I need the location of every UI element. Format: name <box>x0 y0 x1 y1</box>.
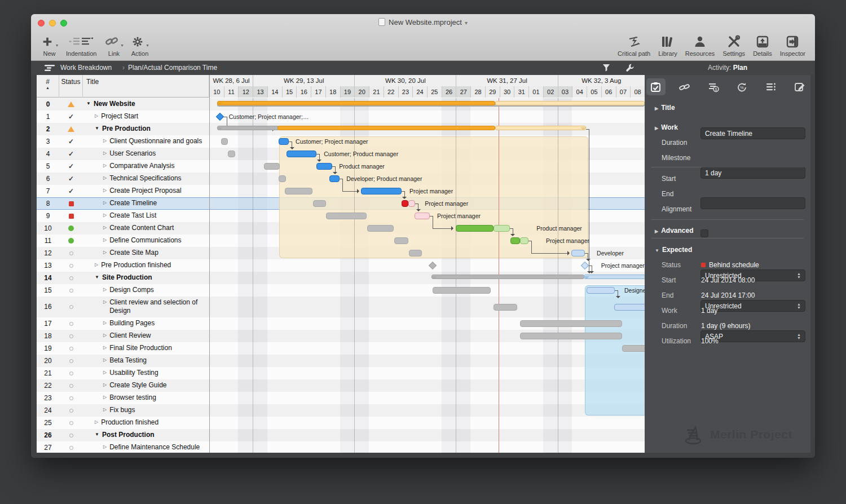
collapse-triangle-icon[interactable]: ▼ <box>95 126 99 131</box>
disclosure-triangle-icon[interactable]: ▷ <box>103 250 107 255</box>
disclosure-triangle-icon[interactable]: ▷ <box>103 287 107 292</box>
disclosure-triangle-icon[interactable]: ▷ <box>103 188 107 193</box>
task-title-cell[interactable]: ▷Create Tast List <box>83 211 209 222</box>
new-button[interactable]: ▾New <box>41 34 58 57</box>
summary-bar[interactable] <box>584 275 645 279</box>
task-bar[interactable] <box>313 200 326 207</box>
task-title-cell[interactable]: ▷Fix bugs <box>83 406 209 416</box>
task-bar[interactable] <box>287 151 316 157</box>
task-title-cell[interactable]: ▷Create Timeline <box>83 199 209 209</box>
task-bar[interactable] <box>409 250 422 257</box>
disclosure-triangle-icon[interactable]: ▷ <box>103 213 107 218</box>
task-title-cell[interactable]: ▷Production finished <box>83 418 209 428</box>
task-bar[interactable] <box>329 175 340 182</box>
disclosure-triangle-icon[interactable]: ▷ <box>103 151 107 156</box>
column-header-status[interactable]: Status <box>59 75 83 98</box>
disclosure-triangle-icon[interactable]: ▷ <box>103 225 107 230</box>
task-bar[interactable] <box>279 138 289 145</box>
task-title-cell[interactable]: ▷Usability Testing <box>83 369 209 379</box>
summary-bar[interactable] <box>431 275 584 279</box>
task-title-cell[interactable]: ▼New Website <box>83 100 209 110</box>
disclosure-triangle-icon[interactable]: ▷ <box>103 237 107 242</box>
wrench-icon[interactable] <box>625 63 634 74</box>
task-bar[interactable] <box>433 287 491 294</box>
expected-section-header[interactable]: ▼Expected <box>655 246 692 254</box>
breadcrumb-section[interactable]: Work Breakdown <box>60 64 112 72</box>
disclosure-triangle-icon[interactable]: ▷ <box>95 262 98 267</box>
task-bar[interactable] <box>264 163 280 170</box>
task-bar[interactable] <box>493 304 517 311</box>
inspector-notes-tab[interactable] <box>790 78 809 95</box>
task-title-cell[interactable]: ▷User Scenarios <box>83 149 209 160</box>
task-bar[interactable] <box>221 138 228 145</box>
task-bar[interactable] <box>571 250 585 257</box>
resources-button[interactable]: Resources <box>685 34 715 57</box>
task-title-cell[interactable]: ▷Design Comps <box>83 286 209 296</box>
disclosure-triangle-icon[interactable]: ▷ <box>103 357 107 362</box>
task-title-cell[interactable]: ▷Building Pages <box>83 319 209 329</box>
task-title-cell[interactable]: ▷Technical Specifications <box>83 174 209 184</box>
task-title-cell[interactable]: ▼Site Production <box>83 273 209 284</box>
summary-bar[interactable] <box>495 101 645 105</box>
task-title-cell[interactable]: ▷Create Project Proposal <box>83 187 209 197</box>
library-button[interactable]: Library <box>658 34 677 57</box>
task-bar[interactable] <box>316 163 332 170</box>
disclosure-triangle-icon[interactable]: ▷ <box>103 320 107 325</box>
task-bar[interactable] <box>622 345 645 352</box>
task-bar[interactable] <box>510 237 520 244</box>
task-title-cell[interactable]: ▷Define Communications <box>83 236 209 246</box>
task-title-cell[interactable]: ▼Post Production <box>83 431 209 441</box>
inspector-progress-tab[interactable]: % <box>733 78 752 95</box>
task-bar[interactable] <box>520 237 528 244</box>
inspector-plan-tab[interactable] <box>646 78 666 95</box>
inspector-links-tab[interactable] <box>675 78 694 95</box>
task-title-cell[interactable]: ▷Create Site Map <box>83 249 209 259</box>
collapse-triangle-icon[interactable]: ▼ <box>95 432 99 437</box>
task-title-cell[interactable]: ▷Beta Testing <box>83 356 209 366</box>
summary-bar[interactable] <box>217 126 279 130</box>
task-bar[interactable] <box>456 225 493 232</box>
task-title-cell[interactable]: ▷Project Start <box>83 112 209 122</box>
disclosure-triangle-icon[interactable]: ▷ <box>103 200 107 205</box>
task-title-cell[interactable]: ▷Browser testing <box>83 394 209 404</box>
disclosure-triangle-icon[interactable]: ▷ <box>103 299 107 304</box>
task-bar[interactable] <box>402 200 408 207</box>
disclosure-triangle-icon[interactable]: ▷ <box>103 163 107 168</box>
task-bar[interactable] <box>415 213 430 219</box>
title-chevron-icon[interactable]: ▾ <box>465 20 468 26</box>
task-bar[interactable] <box>367 225 393 232</box>
task-bar[interactable] <box>279 175 286 182</box>
task-bar[interactable] <box>394 237 408 244</box>
column-header-title[interactable]: Title <box>83 75 209 98</box>
task-bar[interactable] <box>408 200 415 207</box>
task-bar[interactable] <box>361 188 402 194</box>
task-title-cell[interactable]: ▷Define Maintenance Schedule <box>83 443 209 453</box>
disclosure-icon[interactable]: ▶ <box>655 126 658 131</box>
advanced-section-header[interactable]: ▶Advanced <box>655 227 694 235</box>
collapse-triangle-icon[interactable]: ▼ <box>86 101 91 106</box>
disclosure-triangle-icon[interactable]: ▷ <box>103 333 107 338</box>
task-bar[interactable] <box>326 213 367 219</box>
task-title-cell[interactable]: ▷Final Site Production <box>83 344 209 354</box>
disclosure-triangle-icon[interactable]: ▷ <box>95 419 98 425</box>
inspector-finance-tab[interactable]: $ <box>704 78 723 95</box>
details-button[interactable]: Details <box>753 34 772 57</box>
inspector-button[interactable]: Inspector <box>780 34 805 57</box>
table-gantt-divider[interactable] <box>209 75 210 453</box>
disclosure-triangle-icon[interactable]: ▷ <box>103 382 107 387</box>
disclosure-triangle-icon[interactable]: ▷ <box>103 395 107 400</box>
task-title-cell[interactable]: ▷Create Content Chart <box>83 224 209 234</box>
disclosure-icon[interactable]: ▶ <box>655 106 658 111</box>
breadcrumb-view[interactable]: Plan/Actual Comparison Time <box>128 64 217 72</box>
disclosure-triangle-icon[interactable]: ▷ <box>103 407 107 412</box>
task-bar[interactable] <box>520 333 622 339</box>
disclosure-triangle-icon[interactable]: ▷ <box>103 444 107 449</box>
critical-path-button[interactable]: Critical path <box>618 34 650 57</box>
task-title-cell[interactable]: ▷Pre Production finished <box>83 261 209 271</box>
task-bar[interactable] <box>520 320 622 327</box>
task-title-cell[interactable]: ▼Pre Production <box>83 125 209 135</box>
task-title-cell[interactable]: ▷Client Questionnaire and goals <box>83 137 209 147</box>
inspector-attributes-tab[interactable] <box>761 78 781 95</box>
summary-bar[interactable] <box>217 101 495 105</box>
disclosure-triangle-icon[interactable]: ▷ <box>103 138 107 143</box>
